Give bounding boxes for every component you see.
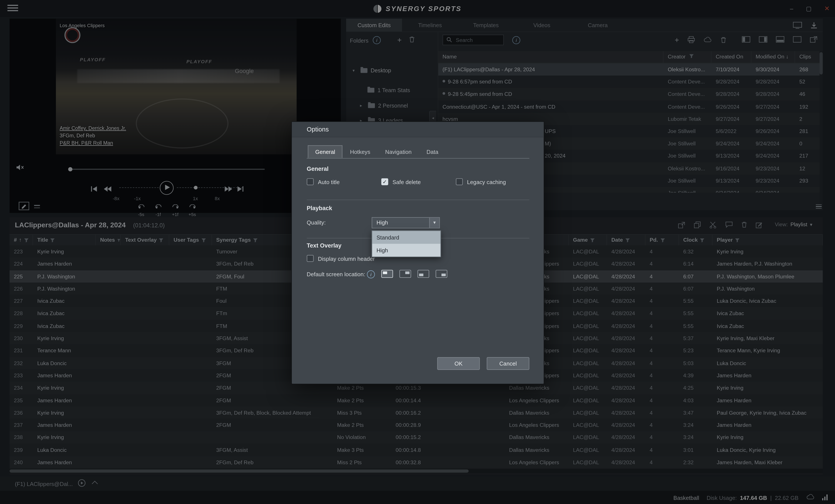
general-section-label: General (307, 166, 329, 172)
tab-general[interactable]: General (308, 145, 343, 158)
legacy-caching-checkbox[interactable]: Legacy caching (456, 178, 506, 185)
checkbox-unchecked-icon (307, 255, 314, 262)
playback-section-label: Playback (307, 205, 332, 211)
text-overlay-section-label: Text Overlay (307, 242, 342, 248)
screen-location-top-left-icon[interactable] (381, 270, 393, 278)
cancel-button[interactable]: Cancel (487, 357, 529, 370)
dialog-tabs: General Hotkeys Navigation Data (308, 145, 446, 158)
screen-location-bottom-left-icon[interactable] (418, 270, 429, 278)
tab-navigation[interactable]: Navigation (378, 145, 419, 158)
dialog-title: Options (307, 126, 329, 133)
screen-location-label: Default screen location: (307, 271, 365, 277)
quality-select[interactable]: High ▾ (372, 217, 440, 228)
quality-dropdown-list: Standard High (372, 230, 441, 257)
ok-button[interactable]: OK (437, 357, 480, 370)
section-divider (307, 200, 529, 200)
quality-value: High (376, 219, 388, 226)
options-dialog: Options General Hotkeys Navigation Data … (291, 121, 544, 384)
screen-location-bottom-right-icon[interactable] (435, 270, 447, 278)
checkbox-unchecked-icon (307, 178, 314, 185)
app-window: SYNERGY SPORTS – ▢ ✕ PLAYOFF PLAYOFF Goo… (0, 0, 835, 504)
quality-option-standard[interactable]: Standard (372, 231, 440, 244)
tab-data[interactable]: Data (419, 145, 446, 158)
display-column-header-checkbox[interactable]: Display column header (307, 255, 375, 262)
quality-label: Quality: (307, 219, 326, 226)
dialog-titlebar (292, 122, 544, 138)
safe-delete-checkbox[interactable]: ✓ Safe delete (381, 178, 421, 185)
chevron-down-icon: ▾ (429, 218, 440, 228)
checkbox-checked-icon: ✓ (381, 178, 388, 185)
quality-option-high[interactable]: High (372, 244, 440, 257)
screen-location-top-right-icon[interactable] (400, 270, 411, 278)
screen-location-info-icon[interactable]: i (367, 270, 375, 278)
tabs-divider (307, 158, 529, 159)
auto-title-checkbox[interactable]: Auto title (307, 178, 340, 185)
tab-hotkeys[interactable]: Hotkeys (343, 145, 378, 158)
checkbox-unchecked-icon (456, 178, 463, 185)
